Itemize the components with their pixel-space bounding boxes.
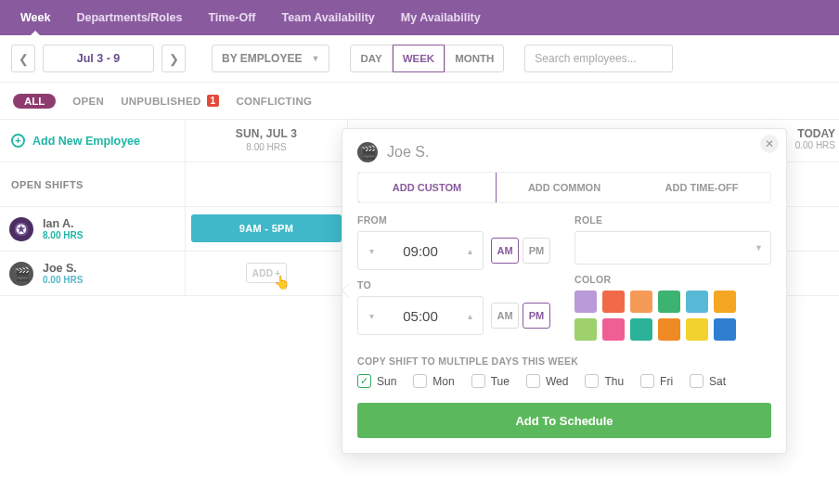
- toolbar: ❮ Jul 3 - 9 ❯ BY EMPLOYEE ▼ DAY WEEK MON…: [0, 35, 839, 82]
- checkbox-icon: [585, 374, 599, 388]
- chevron-down-icon[interactable]: ▾: [358, 297, 384, 334]
- nav-week[interactable]: Week: [7, 0, 63, 35]
- nav-departments[interactable]: Departments/Roles: [63, 0, 195, 35]
- employee-hours: 0.00 HRS: [43, 275, 83, 285]
- day-checkbox-wed[interactable]: Wed: [526, 374, 568, 388]
- color-swatch[interactable]: [574, 318, 597, 341]
- day-label: Tue: [491, 375, 510, 388]
- filter-all[interactable]: ALL: [13, 94, 56, 109]
- cursor-icon: 👆: [274, 275, 290, 290]
- filter-unpublished-label: UNPUBLISHED: [121, 96, 200, 107]
- next-week-button[interactable]: ❯: [161, 45, 186, 72]
- chevron-down-icon: ▼: [311, 54, 319, 63]
- color-swatch[interactable]: [574, 291, 597, 313]
- employee-hours: 8.00 HRS: [43, 230, 83, 240]
- to-time-value: 05:00: [384, 297, 457, 334]
- from-am-button[interactable]: AM: [491, 238, 519, 264]
- role-label: ROLE: [574, 214, 771, 226]
- chevron-up-icon[interactable]: ▴: [457, 232, 483, 269]
- from-label: FROM: [357, 214, 550, 226]
- filter-unpublished[interactable]: UNPUBLISHED 1: [121, 95, 219, 107]
- chevron-up-icon[interactable]: ▴: [457, 297, 483, 334]
- color-swatch[interactable]: [686, 318, 708, 341]
- color-swatch[interactable]: [658, 291, 680, 313]
- color-swatches: [574, 291, 760, 341]
- color-swatch[interactable]: [602, 291, 625, 313]
- from-time-input[interactable]: ▾ 09:00 ▴: [357, 231, 484, 270]
- to-am-button[interactable]: AM: [491, 303, 519, 329]
- date-range[interactable]: Jul 3 - 9: [43, 45, 154, 72]
- nav-timeoff[interactable]: Time-Off: [195, 0, 268, 35]
- group-by-select[interactable]: BY EMPLOYEE ▼: [212, 45, 329, 72]
- view-toggle: DAY WEEK MONTH: [350, 45, 504, 72]
- popover-tabs: ADD CUSTOM ADD COMMON ADD TIME-OFF: [357, 172, 771, 203]
- popover-body: FROM ▾ 09:00 ▴ AM PM TO ▾: [342, 203, 786, 453]
- time-column: FROM ▾ 09:00 ▴ AM PM TO ▾: [357, 214, 550, 344]
- day-label: Wed: [546, 375, 568, 388]
- nav-team-availability[interactable]: Team Availability: [269, 0, 388, 35]
- color-swatch[interactable]: [686, 291, 708, 313]
- popover-header: 🎬 Joe S.: [342, 129, 786, 172]
- copy-days-label: COPY SHIFT TO MULTIPLE DAYS THIS WEEK: [357, 355, 771, 367]
- filter-open[interactable]: OPEN: [72, 96, 104, 107]
- shift-cell-sun-ian[interactable]: 9AM - 5PM: [186, 207, 348, 251]
- day-label: Fri: [660, 375, 673, 388]
- add-shift-popover: ✕ 🎬 Joe S. ADD CUSTOM ADD COMMON ADD TIM…: [342, 128, 787, 454]
- color-swatch[interactable]: [714, 291, 736, 313]
- avatar: 🎬: [357, 142, 378, 162]
- prev-week-button[interactable]: ❮: [11, 45, 35, 72]
- add-shift-button[interactable]: ADD + 👆: [246, 263, 287, 283]
- to-time-input[interactable]: ▾ 05:00 ▴: [357, 296, 484, 335]
- checkbox-icon: [690, 374, 703, 388]
- shift-cell-sun-joe[interactable]: ADD + 👆: [186, 252, 348, 295]
- view-week[interactable]: WEEK: [393, 45, 445, 72]
- to-pm-button[interactable]: PM: [523, 303, 550, 329]
- role-select[interactable]: ▼: [574, 231, 771, 265]
- top-nav: Week Departments/Roles Time-Off Team Ava…: [0, 0, 839, 35]
- view-month[interactable]: MONTH: [445, 45, 504, 72]
- add-shift-label: ADD: [252, 268, 274, 278]
- day-label: Thu: [604, 375, 624, 388]
- color-swatch[interactable]: [714, 318, 736, 341]
- avatar: ✪: [9, 217, 33, 241]
- day-checkbox-fri[interactable]: Fri: [640, 374, 673, 388]
- employee-name: Joe S.: [43, 262, 83, 275]
- tab-add-common[interactable]: ADD COMMON: [496, 173, 633, 202]
- day-checkbox-thu[interactable]: Thu: [585, 374, 624, 388]
- open-shifts-sun[interactable]: [186, 162, 348, 206]
- checkbox-icon: [526, 374, 540, 388]
- day-checkbox-sun[interactable]: ✓Sun: [357, 374, 396, 388]
- nav-my-availability[interactable]: My Availability: [388, 0, 494, 35]
- color-swatch[interactable]: [658, 318, 680, 341]
- filter-bar: ALL OPEN UNPUBLISHED 1 CONFLICTING: [0, 82, 839, 119]
- group-by-label: BY EMPLOYEE: [222, 52, 302, 65]
- shift-chip[interactable]: 9AM - 5PM: [191, 214, 342, 242]
- color-swatch[interactable]: [602, 318, 625, 341]
- day-checkbox-mon[interactable]: Mon: [413, 374, 454, 388]
- day-label: Sun: [377, 375, 396, 388]
- employee-name: Ian A.: [43, 217, 83, 230]
- chevron-down-icon[interactable]: ▾: [358, 232, 384, 269]
- add-to-schedule-button[interactable]: Add To Schedule: [357, 403, 771, 438]
- employee-cell[interactable]: ✪ Ian A. 8.00 HRS: [0, 207, 186, 251]
- day-header-sun: SUN, JUL 3 8.00 HRS: [186, 120, 348, 162]
- filter-conflicting[interactable]: CONFLICTING: [236, 96, 312, 107]
- from-pm-button[interactable]: PM: [523, 238, 550, 264]
- color-swatch[interactable]: [630, 318, 652, 341]
- open-shifts-label: OPEN SHIFTS: [0, 162, 186, 206]
- checkbox-icon: [471, 374, 485, 388]
- employee-cell[interactable]: 🎬 Joe S. 0.00 HRS: [0, 252, 186, 295]
- from-time-value: 09:00: [384, 232, 457, 269]
- day-checkbox-tue[interactable]: Tue: [471, 374, 510, 388]
- add-employee-button[interactable]: + Add New Employee: [0, 120, 186, 162]
- close-button[interactable]: ✕: [760, 135, 779, 153]
- tab-add-timeoff[interactable]: ADD TIME-OFF: [633, 173, 770, 202]
- day-checkbox-sat[interactable]: Sat: [690, 374, 726, 388]
- tab-add-custom[interactable]: ADD CUSTOM: [357, 172, 497, 203]
- color-swatch[interactable]: [630, 291, 652, 313]
- role-column: ROLE ▼ COLOR: [574, 214, 771, 344]
- day-label: Sat: [709, 375, 726, 388]
- avatar: 🎬: [9, 262, 33, 286]
- search-input[interactable]: [524, 45, 673, 72]
- view-day[interactable]: DAY: [350, 45, 392, 72]
